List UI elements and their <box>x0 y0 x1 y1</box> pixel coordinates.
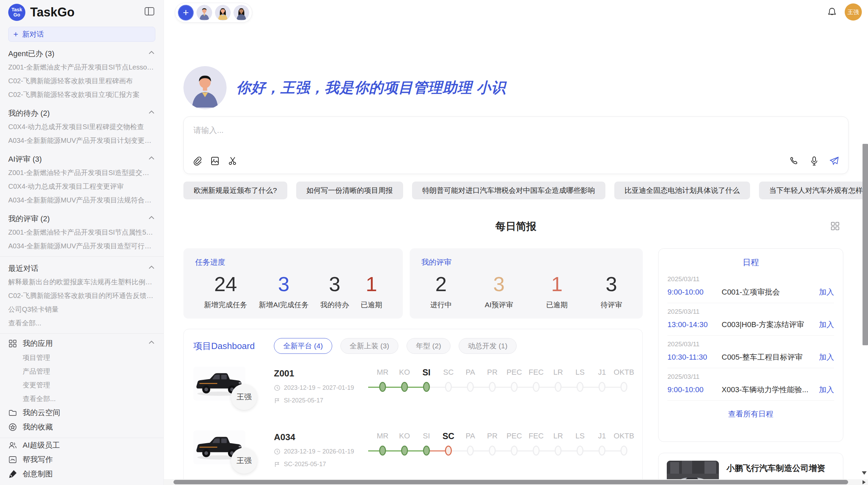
apps-view-all-link[interactable]: 查看全部... <box>8 392 155 406</box>
microphone-icon[interactable] <box>809 156 819 166</box>
sidebar-section-header[interactable]: 我的评审 (2) <box>8 212 155 225</box>
sidebar-task-item[interactable]: C02-飞腾新能源轻客改款项目里程碑画布 <box>8 74 155 88</box>
schedule-event: 2025/03/1110:30-11:30C005-整车工程目标评审加入 <box>667 336 834 368</box>
vertical-scrollbar-thumb[interactable] <box>863 144 868 345</box>
sidebar-task-item[interactable]: C0X4-动力总成开发项目SI里程碑提交物检查 <box>8 120 155 134</box>
recent-chats-header[interactable]: 最近对话 <box>8 262 155 275</box>
milestone-step: PEC <box>503 367 525 418</box>
chat-input[interactable] <box>193 125 839 142</box>
stat-metric: 1已逾期 <box>361 272 382 310</box>
sidebar-section-header[interactable]: Agent已办 (3) <box>8 47 155 60</box>
milestone-dot <box>555 446 562 456</box>
stat-card-title: 我的评审 <box>421 257 631 268</box>
suggestion-chip[interactable]: 当下年轻人对汽车外观有怎样的喜好趋势 <box>759 182 868 199</box>
sidebar-section-header[interactable]: 我的待办 (2) <box>8 107 155 120</box>
ai-super-staff-item[interactable]: AI超级员工 <box>8 438 155 452</box>
sidebar-task-item[interactable]: Z001-全新燃油轻卡产品开发项目SI造型提交物评审 <box>8 166 155 179</box>
project-info: A0342023-12-19 ~ 2026-01-19SC-2025-05-17 <box>274 430 372 481</box>
dashboard-filter-pill[interactable]: 全新上装 (3) <box>340 338 399 354</box>
news-title: 小鹏飞行汽车制造公司增资 <box>726 463 835 474</box>
recent-chat-item[interactable]: 公司Q3轻卡销量 <box>8 302 155 316</box>
my-apps-header[interactable]: 我的应用 <box>8 336 155 351</box>
sidebar-collapse-icon[interactable] <box>144 7 155 16</box>
agent-avatar-1[interactable] <box>196 5 212 21</box>
grid-layout-icon[interactable] <box>830 221 840 231</box>
sidebar-task-item[interactable]: A034-全新新能源MUV产品开发项目法规符合性评审 <box>8 193 155 207</box>
stat-metric: 1已逾期 <box>546 272 568 310</box>
app-item[interactable]: 变更管理 <box>8 378 155 392</box>
chevron-up-icon <box>148 49 155 59</box>
recent-chat-item[interactable]: 解释最新出台的欧盟报废车法规再生塑料比例被调至15%... <box>8 275 155 289</box>
dashboard-title: 项目Dashboard <box>193 340 255 352</box>
sidebar-task-item[interactable]: A034-全新新能源MUV产品开发项目计划变更表编写 <box>8 134 155 147</box>
milestone-label: PR <box>481 431 503 442</box>
stats-row: 任务进度24新增完成任务3新增AI完成任务3我的待办1已逾期我的评审2进行中3A… <box>183 248 643 319</box>
app-logo: Task Go <box>8 4 25 21</box>
agent-avatar-3[interactable] <box>233 5 249 21</box>
dashboard-filter-pill[interactable]: 动总开发 (1) <box>459 338 517 354</box>
greeting-block: 你好，王强，我是你的项目管理助理 小识 <box>183 66 506 109</box>
sidebar-task-item[interactable]: C0X4-动力总成开发项目工程变更评审 <box>8 179 155 193</box>
sidebar-task-item[interactable]: A034-全新新能源MUV产品开发项目造型可行性评审 <box>8 239 155 253</box>
agent-avatar-2[interactable] <box>215 5 231 21</box>
user-avatar[interactable]: 王强 <box>845 3 862 21</box>
creative-drawing-item[interactable]: 创意制图 <box>8 467 155 481</box>
phone-icon[interactable] <box>789 156 799 166</box>
milestone-dot <box>379 446 386 456</box>
section-title: Agent已办 (3) <box>8 49 55 59</box>
sidebar-task-item[interactable]: C02-飞腾新能源轻客改款项目立项汇报方案 <box>8 88 155 101</box>
help-me-write-item[interactable]: 帮我写作 <box>8 452 155 467</box>
my-cloud-item[interactable]: 我的云空间 <box>8 406 155 420</box>
milestone-dot <box>511 382 518 392</box>
tool-label: 帮我写作 <box>23 455 53 465</box>
scroll-right-arrow-icon[interactable] <box>863 480 866 484</box>
event-join-link[interactable]: 加入 <box>819 320 834 330</box>
suggestion-chip[interactable]: 特朗普可能对进口汽车增税会对中国车企造成哪些影响 <box>412 182 605 199</box>
dashboard-filter-pill[interactable]: 全新平台 (4) <box>274 338 332 354</box>
app-item[interactable]: 产品管理 <box>8 364 155 378</box>
suggestion-chip[interactable]: 比亚迪全固态电池计划具体说了什么 <box>614 182 750 199</box>
milestone-dot <box>445 382 452 392</box>
new-chat-button[interactable]: + 新对话 <box>8 27 155 42</box>
sidebar-task-item[interactable]: Z001-全新燃油皮卡产品开发项目SI节点Lesson Learn报告 <box>8 60 155 74</box>
event-date: 2025/03/11 <box>667 275 834 283</box>
sidebar-body: Agent已办 (3)Z001-全新燃油皮卡产品开发项目SI节点Lesson L… <box>8 47 155 481</box>
send-icon[interactable] <box>829 156 839 166</box>
suggestion-chip[interactable]: 如何写一份清晰的项目周报 <box>296 182 403 199</box>
milestone-label: SI <box>415 367 437 378</box>
event-join-link[interactable]: 加入 <box>819 287 834 297</box>
chevron-up-icon <box>148 339 155 348</box>
image-icon[interactable] <box>210 156 220 166</box>
event-join-link[interactable]: 加入 <box>819 352 834 362</box>
recent-chat-item[interactable]: C02-飞腾新能源轻客改款项目的闭环通告反馈情况 <box>8 289 155 302</box>
add-agent-button[interactable]: + <box>178 5 194 21</box>
milestone-label: SC <box>437 367 459 378</box>
app-item[interactable]: 项目管理 <box>8 351 155 364</box>
tool-label: AI超级员工 <box>23 440 60 450</box>
stat-card-title: 任务进度 <box>195 257 391 268</box>
project-row[interactable]: 王强A0342023-12-19 ~ 2026-01-19SC-2025-05-… <box>193 430 633 481</box>
project-row[interactable]: 王强Z0012023-12-19 ~ 2027-01-19SI-2025-05-… <box>193 366 633 418</box>
event-date: 2025/03/11 <box>667 308 834 315</box>
scissors-icon[interactable] <box>228 156 238 166</box>
sidebar-task-item[interactable]: Z001-全新燃油轻卡产品开发项目SI节点属性5D文件评审 <box>8 225 155 239</box>
sidebar-header: Task Go TaskGo <box>8 0 155 21</box>
milestone-step: LR <box>547 367 569 418</box>
recent-view-all-link[interactable]: 查看全部... <box>8 316 155 330</box>
milestone-dot <box>423 446 430 456</box>
attachment-icon[interactable] <box>192 156 202 166</box>
horizontal-scrollbar[interactable] <box>164 479 868 485</box>
suggestion-chip[interactable]: 欧洲新规最近颁布了什么? <box>183 182 287 199</box>
view-all-schedule-link[interactable]: 查看所有日程 <box>667 409 834 419</box>
dashboard-filter-pill[interactable]: 年型 (2) <box>407 338 450 354</box>
event-join-link[interactable]: 加入 <box>819 385 834 395</box>
notification-bell-icon[interactable] <box>827 7 837 17</box>
horizontal-scrollbar-thumb[interactable] <box>173 480 848 484</box>
scroll-down-arrow-icon[interactable] <box>862 471 867 475</box>
my-favorites-item[interactable]: 我的收藏 <box>8 420 155 434</box>
schedule-title: 日程 <box>667 256 834 271</box>
project-dates: 2023-12-19 ~ 2026-01-19 <box>274 448 372 455</box>
sidebar-section-header[interactable]: AI评审 (3) <box>8 153 155 166</box>
stat-value: 24 <box>204 272 247 296</box>
event-name: C003|H0B-方案冻结评审 <box>722 320 819 330</box>
